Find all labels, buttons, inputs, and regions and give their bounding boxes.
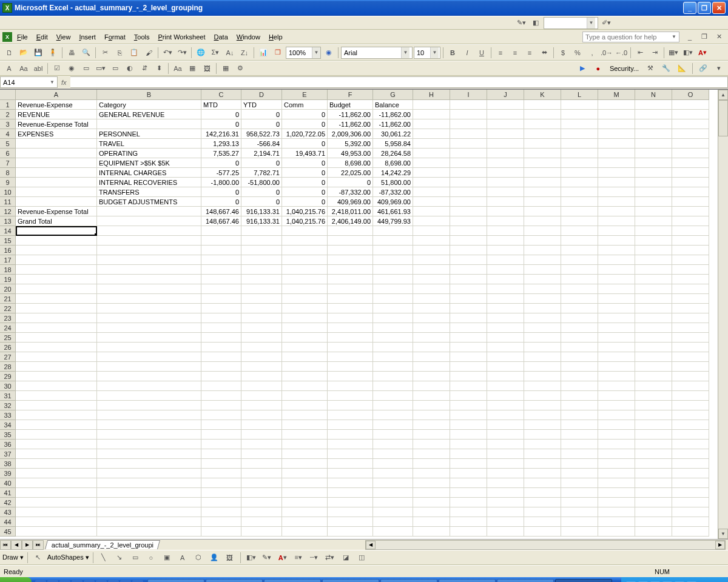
cell-A43[interactable] — [16, 507, 97, 517]
form-button-icon[interactable]: ▭ — [109, 62, 122, 75]
cell-G42[interactable] — [373, 498, 413, 507]
cell-G19[interactable] — [373, 275, 413, 284]
cell-N19[interactable] — [635, 275, 672, 284]
cell-D30[interactable] — [241, 381, 282, 391]
cell-I9[interactable] — [450, 178, 487, 187]
cell-K21[interactable] — [524, 294, 561, 304]
cell-A15[interactable] — [16, 236, 97, 246]
row-header-33[interactable]: 33 — [0, 410, 16, 420]
scroll-left-icon[interactable]: ◀ — [366, 541, 376, 549]
format-painter-icon[interactable]: 🖌 — [142, 46, 155, 59]
cell-F8[interactable]: 22,025.00 — [328, 168, 373, 178]
cell-B3[interactable] — [97, 119, 201, 129]
cell-E7[interactable]: 0 — [282, 158, 328, 168]
cell-F9[interactable]: 0 — [328, 178, 373, 187]
cell-O24[interactable] — [672, 323, 709, 333]
cell-E43[interactable] — [282, 507, 328, 517]
cell-M12[interactable] — [598, 207, 635, 216]
cell-B16[interactable] — [97, 246, 201, 255]
cell-C27[interactable] — [201, 352, 241, 362]
cell-B17[interactable] — [97, 255, 201, 265]
cell-O42[interactable] — [672, 498, 709, 507]
cell-I22[interactable] — [450, 304, 487, 313]
taskbar-task[interactable]: Tomblin, ... — [206, 579, 263, 582]
cell-N6[interactable] — [635, 149, 672, 158]
menu-file[interactable]: File — [13, 32, 32, 42]
cell-B31[interactable] — [97, 391, 201, 401]
cell-F30[interactable] — [328, 381, 373, 391]
cell-K19[interactable] — [524, 275, 561, 284]
ab-icon[interactable]: abl — [32, 62, 45, 75]
cell-C1[interactable]: MTD — [201, 100, 241, 110]
new-icon[interactable]: 🗋 — [2, 46, 16, 59]
row-header-16[interactable]: 16 — [0, 246, 16, 255]
cell-I4[interactable] — [450, 129, 487, 139]
form-check-icon[interactable]: ☑ — [50, 62, 64, 75]
cell-F33[interactable] — [328, 410, 373, 420]
increase-indent-icon[interactable]: ⇥ — [648, 46, 661, 59]
design-mode-icon[interactable]: 📐 — [675, 62, 689, 75]
cell-H45[interactable] — [413, 527, 450, 537]
cell-A32[interactable] — [16, 401, 97, 410]
cell-E21[interactable] — [282, 294, 328, 304]
cell-H12[interactable] — [413, 207, 450, 216]
cell-D22[interactable] — [241, 304, 282, 313]
cell-K39[interactable] — [524, 469, 561, 478]
cell-A16[interactable] — [16, 246, 97, 255]
cell-G8[interactable]: 14,242.29 — [373, 168, 413, 178]
col-header-I[interactable]: I — [450, 90, 487, 100]
cell-E5[interactable]: 0 — [282, 139, 328, 149]
cell-H36[interactable] — [413, 440, 450, 449]
cell-L24[interactable] — [561, 323, 598, 333]
cell-B28[interactable] — [97, 362, 201, 372]
cell-K41[interactable] — [524, 488, 561, 498]
cell-J33[interactable] — [487, 410, 524, 420]
cell-K24[interactable] — [524, 323, 561, 333]
cell-J11[interactable] — [487, 197, 524, 207]
cell-J29[interactable] — [487, 372, 524, 381]
cell-F25[interactable] — [328, 333, 373, 343]
cell-K36[interactable] — [524, 440, 561, 449]
cell-J37[interactable] — [487, 449, 524, 459]
row-header-19[interactable]: 19 — [0, 275, 16, 284]
cell-O33[interactable] — [672, 410, 709, 420]
paste-icon[interactable]: 📋 — [127, 46, 141, 59]
cell-I40[interactable] — [450, 478, 487, 488]
cell-C38[interactable] — [201, 459, 241, 469]
cell-N35[interactable] — [635, 430, 672, 440]
cell-G36[interactable] — [373, 440, 413, 449]
row-header-41[interactable]: 41 — [0, 488, 16, 498]
cell-M31[interactable] — [598, 391, 635, 401]
cell-M40[interactable] — [598, 478, 635, 488]
cell-M27[interactable] — [598, 352, 635, 362]
cell-B33[interactable] — [97, 410, 201, 420]
cell-C22[interactable] — [201, 304, 241, 313]
cell-A24[interactable] — [16, 323, 97, 333]
cell-N43[interactable] — [635, 507, 672, 517]
col-header-F[interactable]: F — [328, 90, 373, 100]
cell-E4[interactable]: 1,020,722.05 — [282, 129, 328, 139]
cell-J26[interactable] — [487, 343, 524, 352]
cell-I45[interactable] — [450, 527, 487, 537]
menu-format[interactable]: Format — [101, 32, 129, 42]
cell-L42[interactable] — [561, 498, 598, 507]
cell-H10[interactable] — [413, 187, 450, 197]
cell-M45[interactable] — [598, 527, 635, 537]
cell-C42[interactable] — [201, 498, 241, 507]
cell-E19[interactable] — [282, 275, 328, 284]
cell-C10[interactable]: 0 — [201, 187, 241, 197]
cell-K7[interactable] — [524, 158, 561, 168]
cell-L6[interactable] — [561, 149, 598, 158]
cell-I26[interactable] — [450, 343, 487, 352]
cell-L37[interactable] — [561, 449, 598, 459]
cell-H24[interactable] — [413, 323, 450, 333]
cell-C5[interactable]: 1,293.13 — [201, 139, 241, 149]
cell-M43[interactable] — [598, 507, 635, 517]
cell-A3[interactable]: Revenue-Expense Total — [16, 119, 97, 129]
cell-N22[interactable] — [635, 304, 672, 313]
row-header-20[interactable]: 20 — [0, 284, 16, 294]
cell-E38[interactable] — [282, 459, 328, 469]
cell-B43[interactable] — [97, 507, 201, 517]
cell-O32[interactable] — [672, 401, 709, 410]
cell-J9[interactable] — [487, 178, 524, 187]
